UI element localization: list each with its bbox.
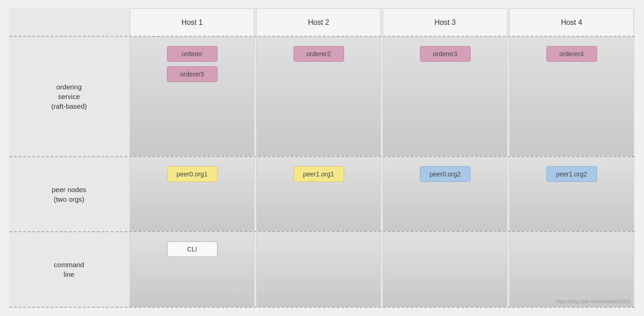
host2-label: Host 2	[308, 18, 329, 27]
peers-label: peer nodes(two orgs)	[9, 157, 129, 232]
cli-node: CLI	[167, 241, 218, 257]
host2-cli-col	[256, 232, 381, 307]
host3-header: Host 3	[383, 8, 507, 36]
peer-nodes-row: peer nodes(two orgs) peer0.org1 peer1.or…	[9, 157, 635, 233]
ordering-service-row: orderingservice(raft-based) orderer orde…	[9, 36, 635, 157]
host1-header: Host 1	[130, 8, 254, 36]
host4-ordering-col: orderer4	[509, 37, 634, 156]
orderer2-node: orderer2	[293, 46, 344, 62]
orderer3-node: orderer3	[420, 46, 471, 62]
host3-ordering-col: orderer3	[383, 37, 507, 156]
cli-label: commandline	[9, 232, 129, 307]
host4-header: Host 4	[509, 8, 634, 36]
peer0-org1-node: peer0.org1	[167, 166, 218, 182]
host4-label: Host 4	[561, 18, 582, 27]
header-row: Host 1 Host 2 Host 3 Host 4	[9, 8, 635, 36]
host3-peers-col: peer0.org2	[383, 157, 507, 232]
host4-peers-col: peer1.org2	[509, 157, 634, 232]
host3-label: Host 3	[434, 18, 455, 27]
watermark: https://blog.csdn.net/shanshan3/333	[556, 299, 630, 304]
host1-cli-col: CLI	[130, 232, 254, 307]
host3-cli-col	[383, 232, 507, 307]
host4-cli-col	[509, 232, 634, 307]
host1-label: Host 1	[181, 18, 202, 27]
host2-header: Host 2	[256, 8, 381, 36]
ordering-label: orderingservice(raft-based)	[9, 37, 129, 156]
peer1-org1-node: peer1.org1	[293, 166, 344, 182]
peer0-org2-node: peer0.org2	[420, 166, 471, 182]
orderer-node: orderer	[167, 46, 218, 62]
header-label-cell	[9, 8, 129, 36]
orderer4-node: orderer4	[546, 46, 597, 62]
peer1-org2-node: peer1.org2	[546, 166, 597, 182]
host2-ordering-col: orderer2	[256, 37, 381, 156]
orderer5-node: orderer5	[167, 66, 218, 82]
cli-row: commandline CLI	[9, 232, 635, 308]
host2-peers-col: peer1.org1	[256, 157, 381, 232]
host1-ordering-col: orderer orderer5	[130, 37, 254, 156]
architecture-diagram: Host 1 Host 2 Host 3 Host 4 orderingserv…	[9, 8, 635, 308]
host1-peers-col: peer0.org1	[130, 157, 254, 232]
